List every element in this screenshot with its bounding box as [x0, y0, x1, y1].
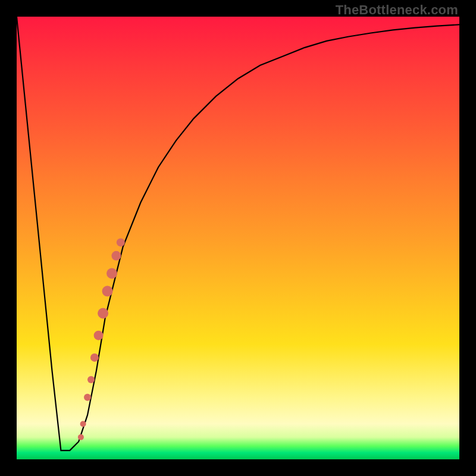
- data-marker: [117, 238, 125, 246]
- watermark-text: TheBottleneck.com: [336, 2, 458, 18]
- data-marker: [90, 353, 99, 362]
- data-marker: [84, 394, 91, 401]
- data-marker: [107, 268, 117, 279]
- data-marker: [80, 421, 86, 427]
- data-marker: [94, 331, 104, 340]
- data-marker: [111, 251, 121, 261]
- chart-frame: TheBottleneck.com: [0, 0, 476, 476]
- data-marker: [78, 434, 84, 440]
- chart-svg: [17, 17, 459, 459]
- data-marker: [87, 376, 95, 383]
- data-marker: [102, 286, 113, 296]
- bottleneck-curve: [17, 17, 459, 450]
- data-marker: [98, 308, 108, 319]
- plot-area: [17, 17, 459, 459]
